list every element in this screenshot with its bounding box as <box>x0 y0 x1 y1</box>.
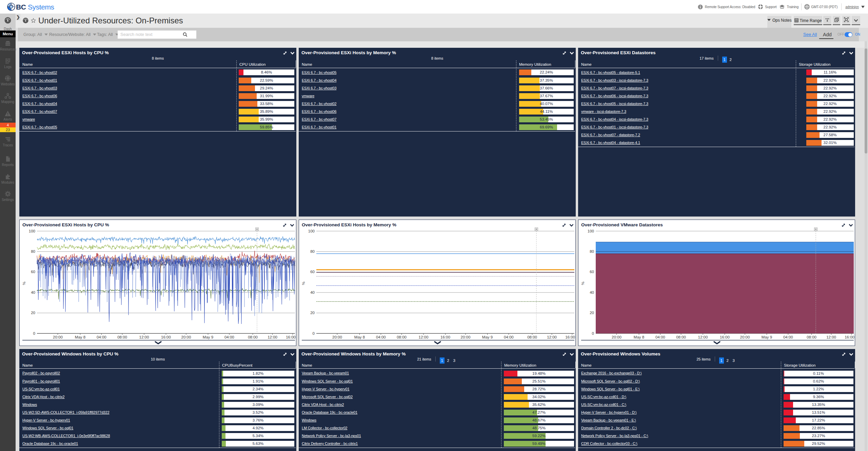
svg-text:May 8: May 8 <box>634 335 644 339</box>
svg-text:04:00: 04:00 <box>224 335 234 339</box>
svg-text:16:00: 16:00 <box>161 335 171 339</box>
svg-text:May 8: May 8 <box>75 335 85 339</box>
svg-text:12:00: 12:00 <box>419 335 429 339</box>
svg-text:12:00: 12:00 <box>139 335 149 339</box>
svg-text:04:00: 04:00 <box>655 335 665 339</box>
svg-text:80: 80 <box>590 249 594 253</box>
svg-text:May 9: May 9 <box>482 335 493 339</box>
svg-text:16:00: 16:00 <box>845 335 854 339</box>
svg-text:08:00: 08:00 <box>397 335 407 339</box>
svg-text:100: 100 <box>29 229 35 233</box>
svg-text:20:00: 20:00 <box>332 335 342 339</box>
svg-text:%: % <box>301 282 305 285</box>
svg-text:20:00: 20:00 <box>461 335 471 339</box>
svg-text:80: 80 <box>31 249 35 253</box>
svg-text:04:00: 04:00 <box>97 335 106 339</box>
svg-text:%: % <box>22 282 26 285</box>
svg-text:20: 20 <box>31 311 35 315</box>
svg-text:08:00: 08:00 <box>807 335 816 339</box>
svg-text:08:00: 08:00 <box>527 335 537 339</box>
svg-text:08:00: 08:00 <box>117 335 127 339</box>
svg-text:0: 0 <box>592 331 594 335</box>
svg-text:20: 20 <box>590 311 594 315</box>
svg-text:20:00: 20:00 <box>53 335 63 339</box>
svg-text:0: 0 <box>313 331 315 335</box>
svg-text:0: 0 <box>33 331 35 335</box>
svg-text:16:00: 16:00 <box>720 335 730 339</box>
svg-text:20: 20 <box>310 311 315 315</box>
svg-text:12:00: 12:00 <box>268 335 277 339</box>
svg-text:16:00: 16:00 <box>440 335 450 339</box>
svg-text:100: 100 <box>588 229 594 233</box>
svg-text:12:00: 12:00 <box>698 335 708 339</box>
svg-text:May 9: May 9 <box>203 335 213 339</box>
svg-text:20:00: 20:00 <box>740 335 750 339</box>
svg-text:40: 40 <box>31 290 35 294</box>
svg-text:04:00: 04:00 <box>376 335 386 339</box>
svg-text:20:00: 20:00 <box>181 335 191 339</box>
svg-text:04:00: 04:00 <box>504 335 514 339</box>
svg-text:20:00: 20:00 <box>612 335 622 339</box>
svg-text:16:00: 16:00 <box>565 335 575 339</box>
svg-text:08:00: 08:00 <box>676 335 686 339</box>
svg-text:May 8: May 8 <box>354 335 365 339</box>
svg-text:80: 80 <box>310 249 315 253</box>
svg-text:%: % <box>581 282 585 285</box>
svg-text:04:00: 04:00 <box>783 335 793 339</box>
svg-text:12:00: 12:00 <box>826 335 836 339</box>
svg-text:08:00: 08:00 <box>248 335 258 339</box>
svg-text:40: 40 <box>310 290 315 294</box>
svg-text:40: 40 <box>590 290 594 294</box>
svg-text:100: 100 <box>308 229 315 233</box>
svg-text:60: 60 <box>310 270 315 274</box>
svg-text:60: 60 <box>590 270 594 274</box>
svg-text:12:00: 12:00 <box>547 335 557 339</box>
svg-text:May 9: May 9 <box>762 335 772 339</box>
svg-text:60: 60 <box>31 270 35 274</box>
svg-text:16:00: 16:00 <box>286 335 296 339</box>
